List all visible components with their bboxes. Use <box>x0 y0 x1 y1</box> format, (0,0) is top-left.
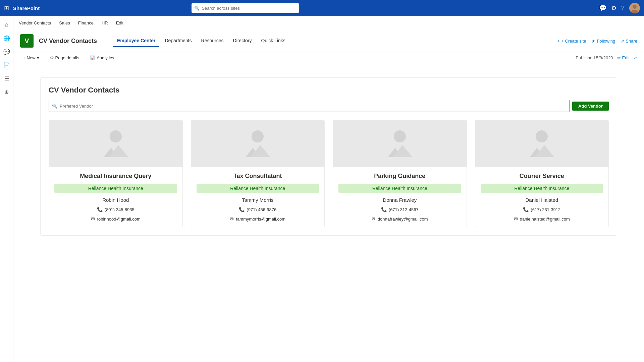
placeholder-image <box>386 130 413 157</box>
gear-icon-details: ⚙ <box>50 55 54 60</box>
second-nav-finance[interactable]: Finance <box>78 20 94 25</box>
chat-icon[interactable]: 💬 <box>599 4 606 12</box>
second-nav-edit[interactable]: Edit <box>116 20 123 25</box>
vendor-contact-phone: 📞 (617) 231-3912 <box>523 207 560 212</box>
email-icon: ✉ <box>91 216 95 222</box>
share-icon: ↗ <box>621 39 624 44</box>
plus-icon: + <box>557 39 560 44</box>
site-header-right: + + Create site ★ Following ↗ Share <box>557 39 637 44</box>
vendor-contact-name: Robin Hood <box>102 197 129 203</box>
vendor-card-body: Medical Insurance Query Reliance Health … <box>49 167 182 227</box>
grid-icon[interactable]: ⊞ <box>4 4 9 12</box>
vendor-card-image-0 <box>49 120 182 167</box>
phone-number: (971) 456-9876 <box>247 207 276 212</box>
edit-button[interactable]: ✏ Edit <box>617 55 630 60</box>
new-button[interactable]: + New ▾ <box>20 54 42 62</box>
main-layout: ⌂ 🌐 💬 📄 ☰ ⊕ Vendor Contacts Sales Financ… <box>0 16 644 362</box>
home-icon[interactable]: ⌂ <box>1 19 13 31</box>
phone-icon: 📞 <box>381 207 387 212</box>
email-icon: ✉ <box>230 216 234 222</box>
vendor-tag[interactable]: Reliance Health Insurance <box>54 184 177 193</box>
vendor-contact-name: Tammy Morris <box>242 197 273 203</box>
vendor-contact-email: ✉ donnafrawley@gmail.com <box>372 216 428 222</box>
site-logo: V <box>20 34 34 48</box>
second-nav-sales[interactable]: Sales <box>59 20 70 25</box>
top-search: 🔍 <box>192 3 299 13</box>
document-icon[interactable]: 📄 <box>1 59 13 71</box>
search-input[interactable] <box>192 3 299 13</box>
sidebar: ⌂ 🌐 💬 📄 ☰ ⊕ <box>0 16 13 362</box>
email-address: donnafrawley@gmail.com <box>378 217 428 222</box>
create-site-button[interactable]: + + Create site <box>557 39 586 44</box>
email-icon: ✉ <box>372 216 376 222</box>
svg-point-1 <box>633 5 637 9</box>
chevron-down-icon: ▾ <box>37 55 39 60</box>
add-circle-icon[interactable]: ⊕ <box>1 86 13 98</box>
avatar[interactable] <box>629 3 640 13</box>
placeholder-mountains <box>102 144 129 157</box>
vendor-contact-phone: 📞 (801) 345-8935 <box>97 207 135 212</box>
page-toolbar: + New ▾ ⚙ Page details 📊 Analytics Publi… <box>13 52 644 64</box>
settings-icon[interactable]: ⚙ <box>611 4 616 12</box>
vendor-contact-phone: 📞 (971) 456-9876 <box>239 207 276 212</box>
analytics-button[interactable]: 📊 Analytics <box>87 54 117 62</box>
share-button[interactable]: ↗ Share <box>621 39 637 44</box>
placeholder-circle <box>252 130 264 142</box>
vendor-card: Medical Insurance Query Reliance Health … <box>49 120 183 227</box>
phone-icon: 📞 <box>97 207 103 212</box>
vendor-contact-name: Daniel Halsted <box>525 197 558 203</box>
vendor-card-body: Parking Guidance Reliance Health Insuran… <box>333 167 467 227</box>
chat-bubble-icon[interactable]: 💬 <box>1 46 13 58</box>
email-address: danielhalsted@gmail.com <box>520 217 570 222</box>
list-icon[interactable]: ☰ <box>1 72 13 84</box>
search-icon: 🔍 <box>194 6 200 11</box>
expand-icon[interactable]: ⤢ <box>634 55 637 60</box>
vendor-tag[interactable]: Reliance Health Insurance <box>481 184 603 193</box>
vendor-contact-phone: 📞 (671) 312-4567 <box>381 207 419 212</box>
vendor-contact-email: ✉ robinhood@gmail.com <box>91 216 141 222</box>
page-content: CV Vendor Contacts 🔍 Add Vendor M <box>13 64 644 249</box>
star-icon: ★ <box>591 39 595 44</box>
page-details-button[interactable]: ⚙ Page details <box>47 54 82 62</box>
top-bar-actions: 💬 ⚙ ? <box>599 3 640 13</box>
nav-employee-center[interactable]: Employee Center <box>113 35 159 47</box>
nav-resources[interactable]: Resources <box>197 35 228 47</box>
phone-icon: 📞 <box>239 207 245 212</box>
second-nav-hr[interactable]: HR <box>102 20 108 25</box>
nav-directory[interactable]: Directory <box>229 35 256 47</box>
vendor-card-title: Parking Guidance <box>374 173 425 180</box>
share-label: Share <box>626 39 637 44</box>
vendor-cards-grid: Medical Insurance Query Reliance Health … <box>49 120 609 227</box>
top-bar: ⊞ SharePoint 🔍 💬 ⚙ ? <box>0 0 644 16</box>
email-address: tammymorris@gmail.com <box>236 217 285 222</box>
following-button[interactable]: ★ Following <box>591 39 615 44</box>
placeholder-circle <box>394 130 406 142</box>
placeholder-circle <box>110 130 122 142</box>
globe-icon[interactable]: 🌐 <box>1 32 13 44</box>
vendor-card: Courier Service Reliance Health Insuranc… <box>475 120 609 227</box>
add-vendor-button[interactable]: Add Vendor <box>572 102 609 111</box>
placeholder-mountains <box>386 144 413 157</box>
vendor-contact-name: Donna Frawley <box>383 197 417 203</box>
vendor-card-title: Tax Consultatant <box>233 173 282 180</box>
email-icon: ✉ <box>514 216 518 222</box>
main-content: Vendor Contacts Sales Finance HR Edit V … <box>13 16 644 362</box>
plus-icon-new: + <box>23 55 25 60</box>
page-details-label: Page details <box>55 55 79 60</box>
vendor-card-body: Courier Service Reliance Health Insuranc… <box>475 167 609 227</box>
vendor-tag[interactable]: Reliance Health Insurance <box>197 184 319 193</box>
vendor-card-image-1 <box>191 120 325 167</box>
analytics-label: Analytics <box>97 55 114 60</box>
second-nav-vendor-contacts[interactable]: Vendor Contacts <box>19 20 51 25</box>
nav-departments[interactable]: Departments <box>161 35 196 47</box>
vendor-tag[interactable]: Reliance Health Insurance <box>338 184 461 193</box>
vendor-search-bar: 🔍 Add Vendor <box>49 100 609 112</box>
placeholder-image <box>102 130 129 157</box>
vendor-search-input[interactable] <box>49 100 570 112</box>
help-icon[interactable]: ? <box>621 5 625 12</box>
chart-icon: 📊 <box>90 55 95 60</box>
site-title: CV Vendor Contacts <box>39 38 97 45</box>
nav-quick-links[interactable]: Quick Links <box>257 35 289 47</box>
phone-number: (671) 312-4567 <box>389 207 419 212</box>
phone-number: (617) 231-3912 <box>531 207 560 212</box>
